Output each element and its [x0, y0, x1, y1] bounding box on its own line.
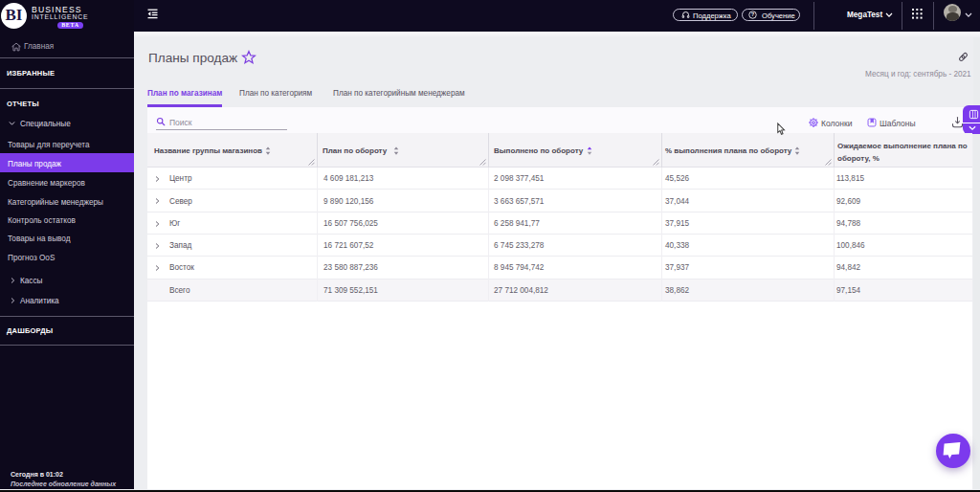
svg-text:?: ?: [751, 11, 755, 17]
